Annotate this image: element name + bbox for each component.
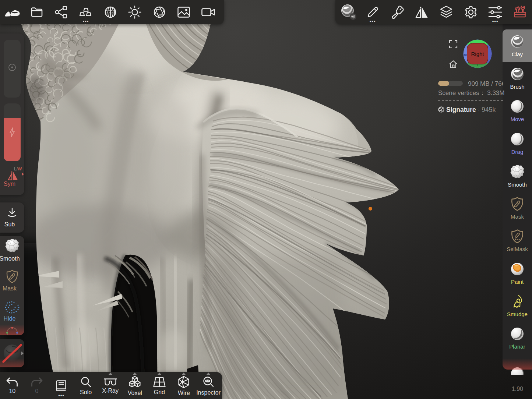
svg-text:Right: Right	[471, 51, 484, 57]
svg-text:E: E	[477, 63, 479, 67]
svg-text:nt: nt	[464, 53, 467, 57]
